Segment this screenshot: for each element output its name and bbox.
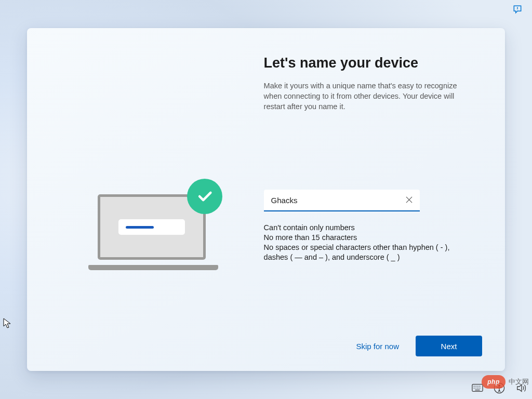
content-panel: Let's name your device Make it yours wit… [257,28,505,371]
page-title: Let's name your device [264,55,490,71]
close-icon [406,196,413,205]
laptop-base [88,265,218,270]
feedback-icon[interactable] [512,4,523,15]
button-row: Skip for now Next [353,336,482,356]
next-button[interactable]: Next [416,336,482,356]
keyboard-icon[interactable] [472,382,483,394]
laptop-field [118,219,185,235]
device-name-field [264,190,420,211]
accessibility-icon[interactable] [494,382,505,394]
check-badge-icon [187,179,222,214]
laptop-illustration [88,182,223,270]
device-name-input[interactable] [264,190,420,211]
clear-input-button[interactable] [403,194,416,207]
page-description: Make it yours with a unique name that's … [264,81,467,112]
illustration-panel [27,28,257,371]
loading-bar-icon [126,226,154,229]
rule-line: No more than 15 characters [264,233,472,243]
skip-button[interactable]: Skip for now [353,336,402,356]
svg-point-11 [499,385,500,387]
naming-rules: Can't contain only numbers No more than … [264,223,472,262]
cursor-icon [3,318,11,329]
rule-line: No spaces or special characters other th… [264,243,472,262]
system-tray [472,382,527,394]
rule-line: Can't contain only numbers [264,223,472,233]
volume-icon[interactable] [515,382,527,394]
oobe-card: Let's name your device Make it yours wit… [27,28,505,371]
